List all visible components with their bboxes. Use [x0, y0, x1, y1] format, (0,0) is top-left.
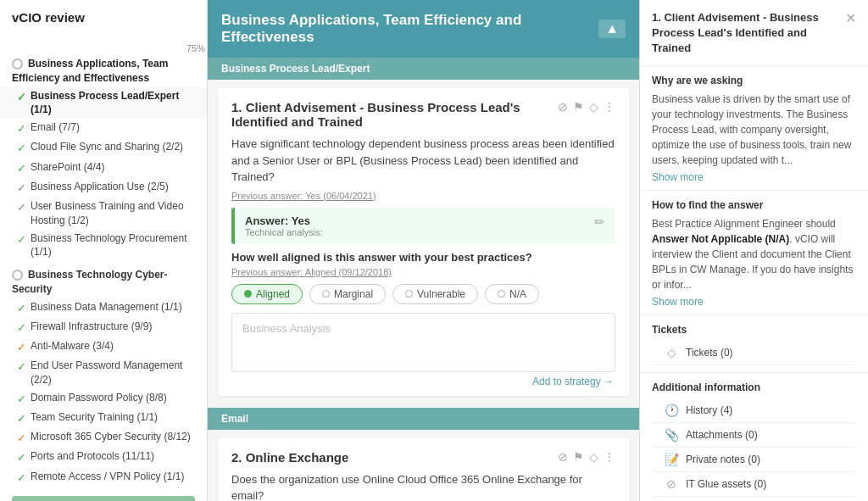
section-label-email: Email	[208, 408, 639, 430]
partial-icon: ✓	[17, 181, 26, 196]
sidebar-item-biztech-label: Business Technology Procurement (1/1)	[31, 231, 195, 260]
sidebar-item-m365[interactable]: ✓ Microsoft 365 Cyber Security (8/12)	[0, 428, 207, 448]
answer-label-1: Answer: Yes	[245, 214, 323, 227]
sidebar-item-m365-label: Microsoft 365 Cyber Security (8/12)	[31, 430, 191, 444]
vulnerable-button[interactable]: Vulnerable	[392, 284, 478, 304]
diamond-icon-2[interactable]: ◇	[589, 450, 598, 464]
why-asking-section: Why are we asking Business value is driv…	[640, 66, 868, 191]
sidebar-item-sharepoint[interactable]: ✓ SharePoint (4/4)	[0, 159, 207, 178]
private-notes-row[interactable]: 📝 Private notes (0)	[652, 448, 856, 472]
sidebar-item-datamgmt[interactable]: ✓ Business Data Management (1/1)	[0, 298, 207, 318]
sidebar-section-circle2	[12, 270, 23, 281]
sidebar-section-cybersec[interactable]: Business Technology Cyber-Security	[0, 264, 207, 298]
why-asking-title: Why are we asking	[652, 75, 856, 86]
sidebar-item-bizappuse-label: Business Application Use (2/5)	[31, 180, 169, 194]
sidebar-item-securitytraining[interactable]: ✓ Team Security Training (1/1)	[0, 409, 207, 428]
more-icon[interactable]: ⋮	[604, 100, 615, 114]
attachments-icon: 📎	[664, 428, 679, 442]
business-analysis-box[interactable]: Business Analysis	[231, 313, 615, 372]
private-notes-icon: 📝	[664, 453, 679, 466]
sidebar-section-business-apps[interactable]: Business Applications, Team Efficiency a…	[0, 53, 207, 87]
history-icon: 🕐	[664, 404, 679, 417]
block-icon-2[interactable]: ⊘	[558, 450, 568, 464]
flag-icon-2[interactable]: ⚑	[573, 450, 584, 464]
check-icon: ✓	[17, 392, 26, 407]
partial-icon: ✓	[17, 200, 26, 215]
answer-box-content-1: Answer: Yes Technical analysis:	[245, 214, 323, 237]
how-to-find-section: How to find the answer Best Practice Ali…	[640, 191, 868, 315]
sidebar-item-ports-label: Ports and Protocols (11/11)	[31, 449, 154, 464]
right-panel-close-button[interactable]: ✕	[845, 10, 856, 26]
sidebar-item-vpn[interactable]: ✓ Remote Access / VPN Policy (1/1)	[0, 468, 207, 487]
sidebar-item-bpl-label: Business Process Lead/Expert (1/1)	[31, 89, 195, 118]
how-to-find-body: Best Practice Alignment Engineer should …	[652, 216, 856, 292]
right-panel: 1. Client Advisement - Business Process …	[639, 0, 868, 501]
question-title-2: 2. Online Exchange	[231, 450, 551, 465]
sidebar: vCIO review 75% Business Applications, T…	[0, 0, 208, 501]
scroll-up-button[interactable]: ▲	[598, 19, 626, 38]
why-asking-body: Business value is driven by the smart us…	[652, 92, 856, 168]
tickets-label: Tickets (0)	[686, 347, 733, 359]
check-icon: ✓	[17, 121, 26, 136]
question-card-1: 1. Client Advisement - Business Process …	[218, 88, 629, 396]
sidebar-item-firewall-label: Firewall Infrastructure (9/9)	[31, 320, 152, 334]
section-label-bpl: Business Process Lead/Expert	[208, 58, 639, 80]
check-icon: ✓	[17, 470, 26, 486]
sidebar-item-vpn-label: Remote Access / VPN Policy (1/1)	[31, 470, 184, 484]
additional-title: Additional information	[652, 381, 856, 393]
sidebar-item-biztech[interactable]: ✓ Business Technology Procurement (1/1)	[0, 230, 207, 262]
sidebar-item-usertraining[interactable]: ✓ User Business Training and Video Hosti…	[0, 198, 207, 230]
sidebar-item-usertraining-label: User Business Training and Video Hosting…	[31, 199, 195, 228]
question-body-2: Does the organization use Online Cloud O…	[231, 471, 615, 502]
prev-align-1[interactable]: Previous answer: Aligned (09/12/2018)	[231, 267, 615, 277]
diamond-icon[interactable]: ◇	[589, 100, 598, 114]
sidebar-item-antimalware[interactable]: ✓ Anti-Malware (3/4)	[0, 337, 207, 357]
question-icons-1: ⊘ ⚑ ◇ ⋮	[558, 100, 615, 114]
history-label: History (4)	[686, 404, 732, 416]
sidebar-item-email-label: Email (7/7)	[31, 120, 80, 135]
main-header-title: Business Applications, Team Efficiency a…	[221, 12, 598, 46]
sidebar-item-firewall[interactable]: ✓ Firewall Infrastructure (9/9)	[0, 318, 207, 337]
sidebar-item-ports[interactable]: ✓ Ports and Protocols (11/11)	[0, 448, 207, 467]
sidebar-item-cloudsync[interactable]: ✓ Cloud File Sync and Sharing (2/2)	[0, 138, 207, 158]
right-panel-header: 1. Client Advisement - Business Process …	[640, 0, 868, 66]
check-icon: ✓	[17, 359, 26, 375]
history-row[interactable]: 🕐 History (4)	[652, 398, 856, 423]
marginal-button[interactable]: Marginal	[309, 284, 386, 304]
previous-answer-1[interactable]: Previous answer: Yes (06/04/2021)	[231, 191, 615, 201]
sidebar-item-passwordmgmt[interactable]: ✓ End User Password Management (2/2)	[0, 357, 207, 389]
sidebar-item-email[interactable]: ✓ Email (7/7)	[0, 119, 207, 138]
additional-section: Additional information 🕐 History (4) 📎 A…	[640, 373, 868, 501]
sidebar-item-bpl[interactable]: ✓ Business Process Lead/Expert (1/1)	[0, 87, 207, 120]
add-to-strategy-link[interactable]: Add to strategy →	[231, 376, 615, 387]
aligned-button[interactable]: Aligned	[231, 284, 303, 304]
dot-gray-vulnerable	[405, 290, 413, 298]
check-icon: ✓	[17, 90, 26, 105]
show-more-1[interactable]: Show more	[652, 171, 856, 183]
it-glue-label: IT Glue assets (0)	[686, 478, 766, 490]
attachments-row[interactable]: 📎 Attachments (0)	[652, 423, 856, 448]
show-more-2[interactable]: Show more	[652, 296, 856, 308]
partial-icon: ✓	[17, 340, 26, 355]
tickets-row[interactable]: ◇ Tickets (0)	[652, 341, 856, 365]
answer-edit-icon-1[interactable]: ✏	[594, 214, 605, 230]
partial-icon: ✓	[17, 431, 26, 446]
more-icon-2[interactable]: ⋮	[604, 450, 615, 464]
sidebar-item-bizappuse[interactable]: ✓ Business Application Use (2/5)	[0, 178, 207, 198]
question-card-2: 2. Online Exchange ⊘ ⚑ ◇ ⋮ Does the orga…	[218, 438, 629, 502]
main-header: Business Applications, Team Efficiency a…	[208, 0, 639, 58]
sidebar-item-domainpolicy[interactable]: ✓ Domain Password Policy (8/8)	[0, 389, 207, 409]
ticket-icon: ◇	[664, 346, 679, 359]
it-glue-icon: ⊘	[664, 477, 679, 491]
how-to-find-text-1: Best Practice Alignment Engineer should	[652, 218, 836, 230]
check-icon: ✓	[17, 141, 26, 156]
na-button[interactable]: N/A	[485, 284, 539, 304]
flag-icon[interactable]: ⚑	[573, 100, 584, 114]
it-glue-row[interactable]: ⊘ IT Glue assets (0)	[652, 472, 856, 497]
answer-box-1: Answer: Yes Technical analysis: ✏	[231, 208, 615, 244]
dot-green	[244, 290, 252, 298]
sidebar-item-cloudsync-label: Cloud File Sync and Sharing (2/2)	[31, 140, 183, 154]
block-icon[interactable]: ⊘	[558, 100, 568, 114]
sidebar-item-sharepoint-label: SharePoint (4/4)	[31, 160, 104, 175]
submit-review-button[interactable]: Submit Review	[12, 496, 195, 501]
